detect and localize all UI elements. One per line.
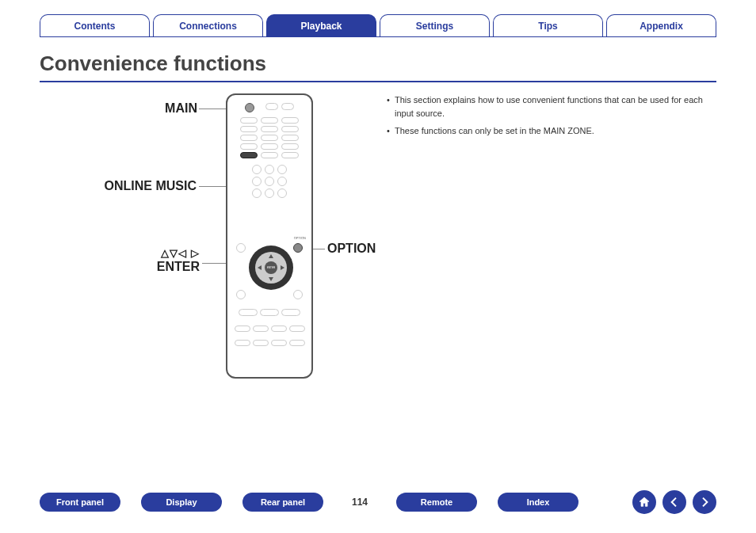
tab-underline bbox=[40, 36, 716, 37]
callout-online-music-text: ONLINE MUSIC bbox=[105, 179, 197, 192]
nav-remote[interactable]: Remote bbox=[396, 493, 477, 512]
note-1: This section explains how to use conveni… bbox=[387, 93, 716, 120]
callout-main-text: MAIN bbox=[165, 101, 197, 115]
remote-enter-button: ENTER bbox=[265, 261, 277, 274]
tab-contents[interactable]: Contents bbox=[40, 14, 150, 36]
prev-page-icon[interactable] bbox=[662, 490, 686, 514]
callout-arrows: △▽◁ ▷ ENTER bbox=[120, 246, 200, 274]
bottom-nav: Front panel Display Rear panel 114 Remot… bbox=[40, 490, 716, 514]
nav-front-panel[interactable]: Front panel bbox=[40, 493, 120, 512]
tab-connections[interactable]: Connections bbox=[153, 14, 263, 36]
nav-rear-panel[interactable]: Rear panel bbox=[242, 493, 323, 512]
page-title: Convenience functions bbox=[40, 51, 716, 76]
callout-arrows-symbols: △▽◁ ▷ bbox=[161, 247, 200, 259]
tab-appendix[interactable]: Appendix bbox=[606, 14, 716, 36]
tab-playback[interactable]: Playback bbox=[266, 14, 376, 36]
next-page-icon[interactable] bbox=[693, 490, 716, 514]
callout-option-text: OPTION bbox=[327, 242, 376, 255]
remote-online-music-button bbox=[240, 152, 258, 158]
description-text: This section explains how to use conveni… bbox=[380, 93, 716, 458]
remote-dpad: ENTER bbox=[249, 246, 293, 290]
nav-index[interactable]: Index bbox=[498, 493, 578, 512]
page-number: 114 bbox=[344, 497, 376, 508]
home-icon[interactable] bbox=[632, 490, 656, 514]
remote-option-button bbox=[293, 243, 303, 253]
note-2: These functions can only be set in the M… bbox=[387, 124, 716, 138]
remote-body: OPTION ENTER bbox=[226, 93, 313, 379]
remote-diagram-area: MAIN ONLINE MUSIC △▽◁ ▷ ENTER OPTION bbox=[40, 93, 380, 458]
remote-option-label: OPTION bbox=[294, 236, 306, 240]
callout-online-music: ONLINE MUSIC bbox=[94, 179, 197, 193]
callout-enter-text: ENTER bbox=[157, 260, 200, 273]
callout-main: MAIN bbox=[150, 101, 197, 116]
tab-tips[interactable]: Tips bbox=[493, 14, 603, 36]
callout-option: OPTION bbox=[327, 242, 376, 256]
remote-main-button bbox=[245, 103, 254, 112]
nav-display[interactable]: Display bbox=[141, 493, 222, 512]
top-tabs: Contents Connections Playback Settings T… bbox=[0, 0, 756, 36]
tab-settings[interactable]: Settings bbox=[380, 14, 490, 36]
